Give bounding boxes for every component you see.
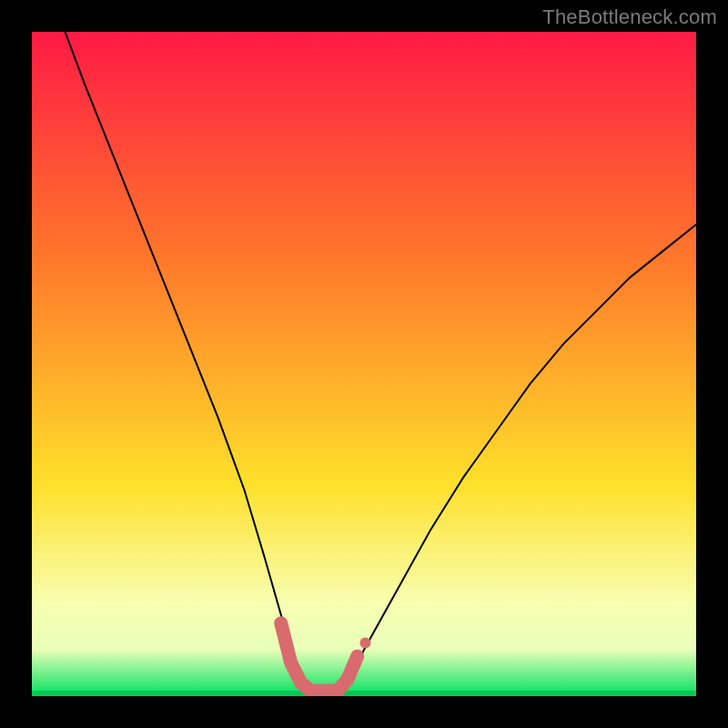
gradient-background	[32, 32, 696, 696]
plot-area	[32, 32, 696, 696]
watermark-text: TheBottleneck.com	[542, 5, 717, 29]
chart-frame: TheBottleneck.com	[0, 0, 728, 728]
bottleneck-chart	[32, 32, 696, 696]
highlight-dot	[359, 638, 370, 649]
green-baseline	[32, 691, 696, 696]
